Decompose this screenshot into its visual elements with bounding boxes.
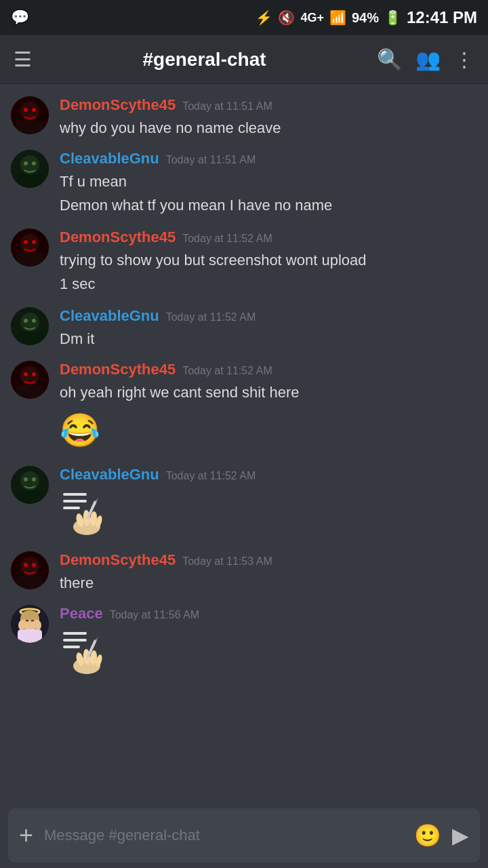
timestamp: Today at 11:51 AM	[166, 154, 256, 166]
avatar	[11, 466, 49, 504]
channel-header: ☰ #general-chat 🔍 👥 ⋮	[0, 35, 488, 84]
message-text: Dm it	[60, 328, 477, 350]
message-content: CleavableGnu Today at 11:52 AM Dm it	[60, 307, 477, 350]
channel-title: #general-chat	[45, 49, 363, 71]
timestamp: Today at 11:56 AM	[110, 609, 200, 621]
search-icon[interactable]: 🔍	[377, 47, 402, 71]
emoji: 😂	[60, 406, 477, 455]
svg-point-1	[20, 102, 39, 121]
svg-point-29	[32, 477, 36, 481]
avatar	[11, 150, 49, 188]
svg-point-13	[24, 240, 28, 244]
status-bar: 💬 ⚡ 🔇 4G+ 📶 94% 🔋 12:41 PM	[0, 0, 488, 35]
members-icon[interactable]: 👥	[415, 47, 441, 71]
svg-rect-38	[63, 500, 87, 502]
message-group: CleavableGnu Today at 11:51 AM Tf u mean…	[0, 144, 488, 223]
message-group: DemonScythe45 Today at 11:52 AM trying t…	[0, 223, 488, 302]
svg-rect-58	[63, 632, 87, 635]
avatar	[11, 551, 49, 589]
message-group: Peace Today at 11:56 AM	[0, 599, 488, 685]
message-line: Demon what tf you mean I have no name	[60, 194, 477, 216]
status-info: ⚡ 🔇 4G+ 📶 94% 🔋 12:41 PM	[256, 8, 477, 27]
svg-point-41	[20, 557, 39, 576]
message-header: CleavableGnu Today at 11:52 AM	[60, 307, 477, 325]
avatar	[11, 605, 49, 643]
timestamp: Today at 11:51 AM	[182, 100, 272, 113]
app-icon: 💬	[11, 9, 29, 26]
svg-rect-60	[63, 646, 80, 648]
svg-rect-39	[63, 507, 80, 509]
message-header: Peace Today at 11:56 AM	[60, 605, 477, 623]
svg-point-21	[20, 366, 39, 385]
username: Peace	[60, 605, 103, 623]
send-button[interactable]: ▶	[452, 823, 469, 848]
username: DemonScythe45	[60, 229, 176, 246]
message-group: CleavableGnu Today at 11:52 AM Dm it	[0, 302, 488, 355]
svg-point-18	[24, 319, 28, 323]
username: DemonScythe45	[60, 551, 176, 569]
message-line: 1 sec	[60, 273, 477, 295]
message-content: DemonScythe45 Today at 11:52 AM oh yeah …	[60, 361, 477, 455]
timestamp: Today at 11:53 AM	[182, 555, 272, 568]
message-content: CleavableGnu Today at 11:52 AM	[60, 466, 477, 540]
svg-point-9	[32, 161, 36, 165]
emoji-picker-button[interactable]: 🙂	[414, 823, 441, 848]
message-group: DemonScythe45 Today at 11:53 AM there	[0, 546, 488, 599]
message-line: Tf u mean	[60, 170, 477, 193]
message-header: DemonScythe45 Today at 11:52 AM	[60, 361, 477, 378]
message-header: DemonScythe45 Today at 11:52 AM	[60, 229, 477, 246]
username: CleavableGnu	[60, 307, 159, 325]
more-icon[interactable]: ⋮	[454, 47, 474, 71]
svg-point-23	[24, 372, 28, 376]
message-text: Tf u mean Demon what tf you mean I have …	[60, 170, 477, 216]
input-bar: + 🙂 ▶	[8, 808, 480, 863]
message-header: CleavableGnu Today at 11:51 AM	[60, 150, 477, 167]
svg-rect-59	[63, 639, 87, 642]
svg-point-3	[24, 108, 28, 112]
svg-point-50	[35, 620, 41, 630]
svg-rect-42	[16, 576, 43, 589]
svg-rect-2	[16, 121, 43, 134]
message-text: trying to show you but screenshot wont u…	[60, 249, 477, 295]
message-text: why do you have no name cleave	[60, 117, 477, 139]
svg-rect-37	[63, 493, 87, 496]
message-input[interactable]	[44, 827, 403, 844]
message-content: DemonScythe45 Today at 11:52 AM trying t…	[60, 229, 477, 296]
sticker	[60, 625, 114, 679]
username: CleavableGnu	[60, 150, 159, 167]
message-content: DemonScythe45 Today at 11:53 AM there	[60, 551, 477, 594]
message-header: DemonScythe45 Today at 11:51 AM	[60, 96, 477, 114]
message-line: oh yeah right we cant send shit here	[60, 381, 477, 403]
message-line: trying to show you but screenshot wont u…	[60, 249, 477, 271]
message-group: DemonScythe45 Today at 11:52 AM oh yeah …	[0, 355, 488, 460]
message-content: CleavableGnu Today at 11:51 AM Tf u mean…	[60, 150, 477, 218]
message-header: DemonScythe45 Today at 11:53 AM	[60, 551, 477, 569]
svg-marker-36	[95, 497, 98, 502]
svg-point-11	[20, 234, 39, 253]
menu-icon[interactable]: ☰	[14, 47, 32, 71]
avatar	[11, 96, 49, 134]
timestamp: Today at 11:52 AM	[166, 470, 256, 482]
clock: 12:41 PM	[407, 8, 477, 27]
avatar	[11, 229, 49, 267]
svg-point-19	[32, 319, 36, 323]
svg-rect-12	[16, 253, 43, 267]
svg-rect-22	[16, 385, 43, 399]
avatar	[11, 361, 49, 399]
username: DemonScythe45	[60, 96, 176, 114]
timestamp: Today at 11:52 AM	[182, 233, 272, 245]
svg-point-43	[24, 563, 28, 567]
network-type: 4G+	[300, 11, 324, 25]
svg-rect-27	[16, 490, 43, 504]
svg-point-8	[24, 161, 28, 165]
message-text: oh yeah right we cant send shit here 😂	[60, 381, 477, 455]
add-attachment-button[interactable]: +	[19, 821, 33, 850]
svg-point-24	[32, 372, 36, 376]
timestamp: Today at 11:52 AM	[166, 311, 256, 323]
message-group: DemonScythe45 Today at 11:51 AM why do y…	[0, 91, 488, 144]
svg-rect-17	[16, 332, 43, 345]
svg-point-4	[32, 108, 36, 112]
svg-rect-48	[18, 629, 42, 643]
svg-point-14	[32, 240, 36, 244]
username: DemonScythe45	[60, 361, 176, 378]
